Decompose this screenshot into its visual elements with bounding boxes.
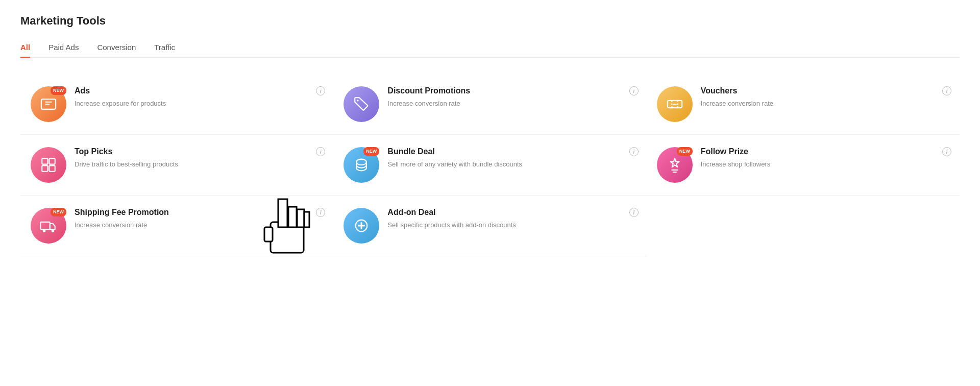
info-icon-shipping[interactable]: i <box>316 208 325 217</box>
tool-desc-addon: Sell specific products with add-on disco… <box>387 220 636 230</box>
tool-name-bundle: Bundle Deal <box>387 147 636 156</box>
svg-rect-4 <box>49 158 55 164</box>
tab-paid-ads[interactable]: Paid Ads <box>48 38 79 57</box>
page-title: Marketing Tools <box>20 14 960 28</box>
page-container: Marketing Tools All Paid Ads Conversion … <box>0 0 980 386</box>
toppicks-icon <box>40 156 57 174</box>
shipping-icon <box>40 217 57 234</box>
info-icon-bundle[interactable]: i <box>629 147 639 156</box>
discount-icon <box>353 95 370 113</box>
tool-desc-shipping: Increase conversion rate <box>75 220 323 230</box>
tool-info-shipping: Shipping Fee Promotion Increase conversi… <box>75 208 323 230</box>
tool-icon-wrap-discount <box>344 86 379 122</box>
tool-info-toppicks: Top Picks Drive traffic to best-selling … <box>75 147 323 170</box>
svg-rect-5 <box>42 165 47 171</box>
tool-card-discount[interactable]: Discount Promotions Increase conversion … <box>333 74 646 135</box>
tool-desc-ads: Increase exposure for products <box>75 99 323 109</box>
svg-point-9 <box>43 229 46 232</box>
tool-desc-vouchers: Increase conversion rate <box>701 99 949 109</box>
info-icon-followprize[interactable]: i <box>942 147 951 156</box>
new-badge-followprize: NEW <box>677 147 693 156</box>
voucher-icon <box>666 95 683 113</box>
info-icon-vouchers[interactable]: i <box>942 86 951 95</box>
svg-point-10 <box>52 229 55 232</box>
svg-rect-3 <box>42 158 47 164</box>
tools-grid: NEW Ads Increase exposure for products i… <box>20 74 960 256</box>
tool-card-toppicks[interactable]: Top Picks Drive traffic to best-selling … <box>20 135 333 196</box>
tool-icon-wrap-bundle: NEW <box>344 147 379 183</box>
tool-info-followprize: Follow Prize Increase shop followers <box>701 147 949 170</box>
tool-icon-wrap-vouchers <box>657 86 693 122</box>
tool-name-shipping: Shipping Fee Promotion <box>75 208 323 217</box>
tool-desc-discount: Increase conversion rate <box>387 99 636 109</box>
tab-traffic[interactable]: Traffic <box>154 38 175 57</box>
info-icon-addon[interactable]: i <box>629 208 639 217</box>
tool-icon-wrap-followprize: NEW <box>657 147 693 183</box>
tool-info-addon: Add-on Deal Sell specific products with … <box>387 208 636 230</box>
tool-icon-vouchers <box>657 86 693 122</box>
tool-name-followprize: Follow Prize <box>701 147 949 156</box>
tool-card-vouchers[interactable]: Vouchers Increase conversion rate i <box>647 74 960 135</box>
tool-icon-wrap-toppicks <box>31 147 66 183</box>
tool-name-addon: Add-on Deal <box>387 208 636 217</box>
tool-info-discount: Discount Promotions Increase conversion … <box>387 86 636 109</box>
tab-conversion[interactable]: Conversion <box>97 38 136 57</box>
tool-card-bundle[interactable]: NEW Bundle Deal Sell more of any variety… <box>333 135 646 196</box>
addon-icon <box>353 217 370 234</box>
tool-info-ads: Ads Increase exposure for products <box>75 86 323 109</box>
tool-name-toppicks: Top Picks <box>75 147 323 156</box>
new-badge-ads: NEW <box>51 86 66 95</box>
info-icon-ads[interactable]: i <box>316 86 325 95</box>
tool-icon-discount <box>344 86 379 122</box>
tool-card-addon[interactable]: Add-on Deal Sell specific products with … <box>333 196 646 256</box>
tabs-nav: All Paid Ads Conversion Traffic <box>20 38 960 58</box>
svg-rect-6 <box>49 165 55 171</box>
tool-icon-wrap-ads: NEW <box>31 86 66 122</box>
tool-card-shipping[interactable]: NEW Shipping Fee Promotion Increase conv… <box>20 196 333 256</box>
tool-name-vouchers: Vouchers <box>701 86 949 95</box>
tool-icon-toppicks <box>31 147 66 183</box>
info-icon-discount[interactable]: i <box>629 86 639 95</box>
tool-info-vouchers: Vouchers Increase conversion rate <box>701 86 949 109</box>
tool-desc-toppicks: Drive traffic to best-selling products <box>75 159 323 170</box>
svg-point-7 <box>356 159 366 165</box>
tool-desc-bundle: Sell more of any variety with bundle dis… <box>387 159 636 170</box>
tool-name-discount: Discount Promotions <box>387 86 636 95</box>
new-badge-bundle: NEW <box>363 147 379 156</box>
followprize-icon <box>666 156 683 174</box>
tool-card-followprize[interactable]: NEW Follow Prize Increase shop followers… <box>647 135 960 196</box>
info-icon-toppicks[interactable]: i <box>316 147 325 156</box>
ads-icon <box>40 95 57 113</box>
tool-desc-followprize: Increase shop followers <box>701 159 949 170</box>
tool-icon-wrap-shipping: NEW <box>31 208 66 244</box>
new-badge-shipping: NEW <box>51 208 66 216</box>
tool-icon-addon <box>344 208 379 244</box>
tool-info-bundle: Bundle Deal Sell more of any variety wit… <box>387 147 636 170</box>
svg-point-1 <box>357 100 359 101</box>
tool-icon-wrap-addon <box>344 208 379 244</box>
bundle-icon <box>353 156 370 174</box>
tool-name-ads: Ads <box>75 86 323 95</box>
tool-card-ads[interactable]: NEW Ads Increase exposure for products i <box>20 74 333 135</box>
tab-all[interactable]: All <box>20 38 30 57</box>
svg-rect-8 <box>40 222 50 229</box>
